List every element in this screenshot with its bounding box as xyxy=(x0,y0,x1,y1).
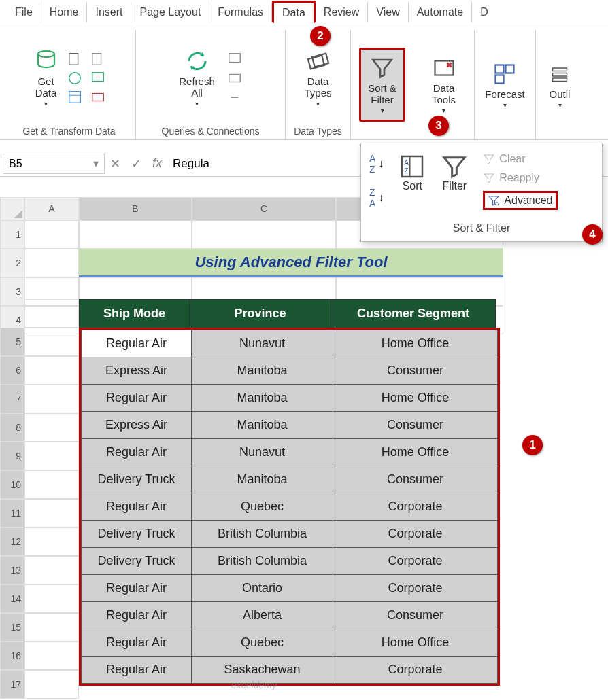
col-header-b[interactable]: B xyxy=(79,197,192,220)
table-cell[interactable]: Delivery Truck xyxy=(82,548,192,575)
table-cell[interactable]: Manitoba xyxy=(192,357,333,385)
filter-button[interactable]: Filter xyxy=(441,153,468,192)
name-box[interactable]: B5 ▾ xyxy=(3,154,105,174)
row-header-12[interactable]: 12 xyxy=(0,527,24,556)
tab-file[interactable]: File xyxy=(7,2,41,22)
sort-desc-button[interactable]: ZA ↓ xyxy=(369,187,384,209)
row-header-6[interactable]: 6 xyxy=(0,356,24,385)
table-cell[interactable]: British Columbia xyxy=(192,521,333,548)
from-web-icon[interactable] xyxy=(67,71,82,86)
table-cell[interactable]: Manitoba xyxy=(192,412,333,439)
table-cell[interactable]: Regular Air xyxy=(82,330,192,357)
from-table-icon[interactable] xyxy=(67,90,82,105)
row-header-10[interactable]: 10 xyxy=(0,470,24,499)
table-cell[interactable]: Consumer xyxy=(333,412,498,439)
chevron-down-icon[interactable]: ▾ xyxy=(93,157,99,170)
table-row[interactable]: Regular AirNunavutHome Office xyxy=(82,330,498,357)
row-header-14[interactable]: 14 xyxy=(0,584,24,613)
sort-filter-button[interactable]: Sort & Filter ▾ xyxy=(359,48,405,122)
table-cell[interactable]: Consumer xyxy=(333,357,498,385)
table-cell[interactable]: Regular Air xyxy=(82,602,192,629)
table-cell[interactable]: Corporate xyxy=(333,548,498,575)
table-row[interactable]: Regular AirNunavutHome Office xyxy=(82,439,498,466)
table-cell[interactable]: British Columbia xyxy=(192,548,333,575)
data-tools-button[interactable]: Data Tools ▾ xyxy=(431,55,457,114)
table-row[interactable]: Regular AirQuebecHome Office xyxy=(82,629,498,657)
fx-icon[interactable]: fx xyxy=(152,156,162,171)
from-text-icon[interactable] xyxy=(67,52,82,67)
table-cell[interactable]: Regular Air xyxy=(82,575,192,602)
picture-icon[interactable] xyxy=(90,71,105,86)
tab-more[interactable]: D xyxy=(472,2,496,22)
table-cell[interactable]: Consumer xyxy=(333,466,498,493)
row-header-2[interactable]: 2 xyxy=(0,249,24,277)
tab-page-layout[interactable]: Page Layout xyxy=(131,2,209,22)
refresh-all-button[interactable]: Refresh All ▾ xyxy=(179,48,215,107)
tab-data[interactable]: Data xyxy=(272,1,316,23)
header-customer-segment[interactable]: Customer Segment xyxy=(331,300,496,328)
table-row[interactable]: Regular AirOntarioCorporate xyxy=(82,575,498,602)
table-cell[interactable]: Corporate xyxy=(333,657,498,684)
sort-asc-button[interactable]: AZ ↓ xyxy=(369,153,384,175)
table-cell[interactable]: Delivery Truck xyxy=(82,521,192,548)
row-header-13[interactable]: 13 xyxy=(0,556,24,584)
table-cell[interactable]: Home Office xyxy=(333,629,498,657)
table-cell[interactable]: Regular Air xyxy=(82,657,192,684)
tab-view[interactable]: View xyxy=(368,2,408,22)
outline-button[interactable]: Outli ▾ xyxy=(547,61,573,109)
tab-insert[interactable]: Insert xyxy=(87,2,131,22)
table-cell[interactable]: Home Office xyxy=(333,330,498,357)
table-cell[interactable]: Express Air xyxy=(82,412,192,439)
connections-icon[interactable] xyxy=(90,90,105,105)
queries-icon[interactable] xyxy=(227,52,242,67)
table-cell[interactable]: Ontario xyxy=(192,575,333,602)
row-header-15[interactable]: 15 xyxy=(0,613,24,642)
sort-button[interactable]: AZ Sort xyxy=(399,153,426,192)
table-cell[interactable]: Corporate xyxy=(333,521,498,548)
table-cell[interactable]: Home Office xyxy=(333,439,498,466)
col-header-c[interactable]: C xyxy=(192,197,336,220)
table-row[interactable]: Express AirManitobaConsumer xyxy=(82,412,498,439)
row-header-16[interactable]: 16 xyxy=(0,642,24,670)
table-row[interactable]: Regular AirAlbertaConsumer xyxy=(82,602,498,629)
row-header-17[interactable]: 17 xyxy=(0,670,24,699)
table-cell[interactable]: Home Office xyxy=(333,385,498,412)
cancel-icon[interactable]: ✕ xyxy=(110,156,120,171)
table-row[interactable]: Regular AirQuebecCorporate xyxy=(82,493,498,521)
table-cell[interactable]: Delivery Truck xyxy=(82,466,192,493)
recent-icon[interactable] xyxy=(90,52,105,67)
table-cell[interactable]: Corporate xyxy=(333,575,498,602)
properties-icon[interactable] xyxy=(227,71,242,86)
advanced-button[interactable]: Advanced xyxy=(483,191,558,210)
header-ship-mode[interactable]: Ship Mode xyxy=(80,300,190,328)
select-all-corner[interactable] xyxy=(0,197,24,220)
table-row[interactable]: Regular AirSaskachewanCorporate xyxy=(82,657,498,684)
row-header-8[interactable]: 8 xyxy=(0,413,24,442)
row-header-9[interactable]: 9 xyxy=(0,442,24,470)
table-cell[interactable]: Nunavut xyxy=(192,439,333,466)
table-row[interactable]: Delivery TruckBritish ColumbiaCorporate xyxy=(82,548,498,575)
get-data-button[interactable]: Get Data ▾ xyxy=(33,48,59,107)
header-province[interactable]: Province xyxy=(190,300,331,328)
data-types-button[interactable]: Data Types ▾ xyxy=(304,48,331,107)
row-header-7[interactable]: 7 xyxy=(0,385,24,413)
table-cell[interactable]: Regular Air xyxy=(82,493,192,521)
table-row[interactable]: Express AirManitobaConsumer xyxy=(82,357,498,385)
tab-home[interactable]: Home xyxy=(41,2,88,22)
edit-links-icon[interactable] xyxy=(227,90,242,105)
forecast-button[interactable]: Forecast ▾ xyxy=(485,61,524,109)
table-cell[interactable]: Quebec xyxy=(192,493,333,521)
tab-review[interactable]: Review xyxy=(316,2,368,22)
col-header-a[interactable]: A xyxy=(24,197,79,220)
table-row[interactable]: Regular AirManitobaHome Office xyxy=(82,385,498,412)
table-row[interactable]: Delivery TruckBritish ColumbiaCorporate xyxy=(82,521,498,548)
table-cell[interactable]: Manitoba xyxy=(192,466,333,493)
table-row[interactable]: Delivery TruckManitobaConsumer xyxy=(82,466,498,493)
table-cell[interactable]: Corporate xyxy=(333,493,498,521)
tab-formulas[interactable]: Formulas xyxy=(209,2,272,22)
row-header-3[interactable]: 3 xyxy=(0,277,24,306)
row-header-5[interactable]: 5 xyxy=(0,328,24,356)
table-cell[interactable]: Quebec xyxy=(192,629,333,657)
enter-icon[interactable]: ✓ xyxy=(131,156,141,171)
table-cell[interactable]: Express Air xyxy=(82,357,192,385)
